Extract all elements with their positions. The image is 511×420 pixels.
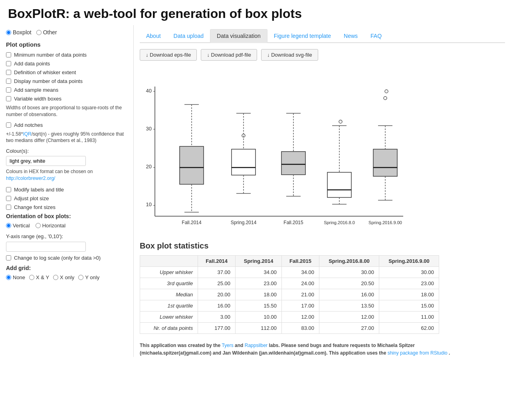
- stats-cell: 24.00: [282, 278, 319, 289]
- horizontal-radio[interactable]: [36, 223, 41, 228]
- cb-variable-width[interactable]: [6, 96, 11, 101]
- boxplot-radio-label[interactable]: Boxplot: [6, 29, 32, 35]
- tyers-link[interactable]: Tyers: [222, 343, 233, 348]
- yaxis-input[interactable]: [6, 242, 86, 252]
- cb-whisker-extent[interactable]: [6, 70, 11, 75]
- stats-cell: 18.00: [379, 289, 439, 300]
- grid-none-label[interactable]: None: [6, 274, 25, 280]
- stats-cell: 3.00: [198, 312, 236, 323]
- iqr-link[interactable]: IQR: [23, 131, 31, 137]
- main-content: About Data upload Data visualization Fig…: [134, 25, 511, 357]
- cb-log-scale-label[interactable]: Change to log scale (only for data >0): [14, 255, 101, 261]
- other-radio[interactable]: [36, 30, 42, 35]
- cb-add-data-points[interactable]: [6, 61, 11, 66]
- stats-cell: 20.00: [198, 289, 236, 300]
- download-pdf-button[interactable]: ↓ Download pdf-file: [201, 49, 257, 61]
- cb-display-n-label[interactable]: Display number of data points: [14, 78, 83, 84]
- vertical-label[interactable]: Vertical: [6, 223, 30, 229]
- cb-sample-means[interactable]: [6, 87, 11, 93]
- stats-cell: 83.00: [282, 323, 319, 334]
- boxplot-label: Boxplot: [13, 29, 32, 35]
- stats-col-header-empty: [140, 256, 198, 267]
- stats-col-spring2014: Spring.2014: [236, 256, 282, 267]
- grid-x-radio[interactable]: [53, 275, 58, 280]
- table-row: Median20.0018.0021.0016.0018.00: [140, 289, 439, 300]
- colorbrewer-link[interactable]: http://colorbrewer2.org/: [6, 175, 55, 181]
- rappsilber-link[interactable]: Rappsilber: [245, 343, 267, 348]
- svg-text:10: 10: [146, 201, 152, 207]
- cb-min-data-points[interactable]: [6, 52, 11, 57]
- stats-cell: 16.00: [319, 289, 379, 300]
- cb-add-notches[interactable]: [6, 122, 11, 128]
- cb-min-data-points-label[interactable]: Minimum number of data points: [14, 52, 87, 58]
- stats-cell: 30.00: [319, 267, 379, 278]
- cb-add-data-points-label[interactable]: Add data points: [14, 61, 50, 67]
- cb-modify-labels[interactable]: [6, 187, 11, 192]
- grid-none-radio[interactable]: [6, 275, 11, 280]
- checkbox-variable-width: Variable width boxes: [6, 96, 127, 102]
- stats-row-label: Median: [140, 289, 198, 300]
- grid-none-text: None: [13, 274, 25, 280]
- grid-y-label[interactable]: Y only: [78, 274, 99, 280]
- cb-whisker-extent-label[interactable]: Definition of whisker extent: [14, 69, 76, 75]
- svg-point-38: [339, 120, 342, 123]
- box-plot-chart: 40 30 20 10: [140, 69, 411, 228]
- cb-font-sizes-label[interactable]: Change font sizes: [14, 204, 55, 210]
- grid-y-radio[interactable]: [78, 275, 83, 280]
- cb-font-sizes[interactable]: [6, 205, 11, 210]
- stats-cell: 15.00: [379, 300, 439, 312]
- svg-text:Spring.2016.8.0: Spring.2016.8.0: [324, 220, 355, 225]
- vertical-radio[interactable]: [6, 223, 11, 228]
- cb-variable-width-label[interactable]: Variable width boxes: [14, 96, 61, 102]
- svg-rect-26: [281, 152, 305, 175]
- svg-point-47: [384, 97, 387, 100]
- add-grid-title: Add grid:: [6, 265, 127, 271]
- download-row: ↓ Download eps-file ↓ Download pdf-file …: [140, 49, 505, 61]
- boxplot-radio[interactable]: [6, 30, 11, 35]
- checkbox-add-data-points: Add data points: [6, 61, 127, 67]
- stats-cell: 34.00: [236, 267, 282, 278]
- notch-description: +/-1.58*IQR/sqrt(n) - gives roughly 95% …: [6, 131, 127, 144]
- stats-row-label: Upper whisker: [140, 267, 198, 278]
- tab-news[interactable]: News: [337, 29, 364, 42]
- horizontal-label[interactable]: Horizontal: [36, 223, 66, 229]
- stats-cell: 37.00: [198, 267, 236, 278]
- grid-xy-radio[interactable]: [29, 275, 34, 280]
- colours-input[interactable]: [6, 156, 86, 166]
- tab-about[interactable]: About: [140, 29, 167, 42]
- table-row: 1st quartile16.0015.5017.0013.5015.00: [140, 300, 439, 312]
- other-radio-label[interactable]: Other: [36, 29, 57, 35]
- grid-x-label[interactable]: X only: [53, 274, 74, 280]
- tab-data-upload[interactable]: Data upload: [167, 29, 210, 42]
- svg-text:Fall.2014: Fall.2014: [182, 220, 202, 225]
- cb-add-notches-label[interactable]: Add notches: [14, 122, 43, 128]
- cb-modify-labels-label[interactable]: Modify labels and title: [14, 187, 64, 193]
- grid-xy-text: X & Y: [36, 274, 49, 280]
- shiny-link[interactable]: shiny package from RStudio: [388, 350, 448, 356]
- tab-data-visualization[interactable]: Data visualization: [210, 29, 267, 43]
- vertical-text: Vertical: [13, 223, 30, 229]
- svg-text:20: 20: [146, 164, 152, 170]
- stats-cell: 11.00: [379, 312, 439, 323]
- tab-faq[interactable]: FAQ: [364, 29, 388, 42]
- checkbox-min-data-points: Minimum number of data points: [6, 52, 127, 58]
- grid-xy-label[interactable]: X & Y: [29, 274, 49, 280]
- other-label: Other: [43, 29, 57, 35]
- download-eps-button[interactable]: ↓ Download eps-file: [140, 49, 197, 61]
- download-svg-button[interactable]: ↓ Download svg-file: [261, 49, 318, 61]
- stats-cell: 17.00: [282, 300, 319, 312]
- cb-sample-means-label[interactable]: Add sample means: [14, 87, 58, 93]
- stats-cell: 23.00: [379, 278, 439, 289]
- checkbox-add-notches: Add notches: [6, 122, 127, 128]
- stats-cell: 16.00: [198, 300, 236, 312]
- stats-cell: 21.00: [282, 289, 319, 300]
- cb-adjust-plot[interactable]: [6, 196, 11, 201]
- cb-log-scale[interactable]: [6, 255, 11, 260]
- cb-adjust-plot-label[interactable]: Adjust plot size: [14, 195, 49, 201]
- orientation-radio-row: Vertical Horizontal: [6, 223, 127, 229]
- tab-figure-legend[interactable]: Figure legend template: [267, 29, 337, 42]
- stats-cell: 112.00: [236, 323, 282, 334]
- cb-display-n[interactable]: [6, 79, 11, 84]
- grid-y-text: Y only: [85, 274, 99, 280]
- stats-col-spring2016-9: Spring.2016.9.00: [379, 256, 439, 267]
